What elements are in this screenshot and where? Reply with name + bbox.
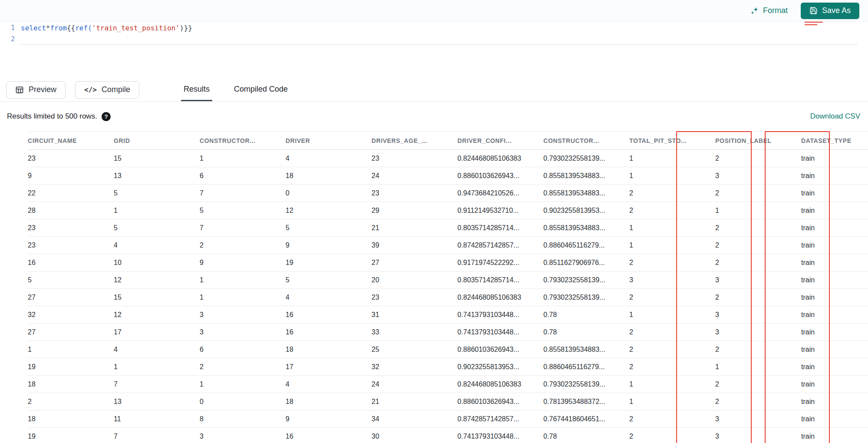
table-cell: 1 — [114, 358, 200, 376]
table-row: 23429390.8742857142857...0.8860465116279… — [28, 237, 868, 254]
table-cell: train — [801, 428, 868, 443]
table-cell: 34 — [372, 410, 457, 428]
table-row: 271514230.8244680851063830.7930232558139… — [28, 289, 868, 306]
table-cell: 1 — [200, 150, 286, 167]
table-cell: 0 — [200, 393, 286, 410]
table-cell: 5 — [114, 219, 200, 237]
table-row: 213018210.8860103626943...0.781395348837… — [28, 393, 868, 410]
table-cell: 3 — [715, 306, 801, 324]
table-cell: 2 — [629, 254, 715, 271]
table-cell: 0 — [286, 185, 372, 202]
table-cell: 1 — [200, 271, 286, 289]
line-number-1: 1 — [0, 24, 21, 32]
table-cell: 1 — [629, 393, 715, 410]
table-cell: 0.7813953488372... — [543, 393, 629, 410]
table-cell: 1 — [629, 376, 715, 393]
table-cell: 5 — [200, 202, 286, 219]
tab-compiled-code[interactable]: Compiled Code — [231, 78, 290, 101]
jinja-close-braces: }} — [184, 24, 192, 32]
table-cell: 4 — [114, 341, 200, 358]
sql-editor[interactable]: 1 select * from {{ ref('train_test_posit… — [0, 22, 868, 78]
table-cell: 16 — [286, 428, 372, 443]
table-cell: 2 — [629, 428, 715, 443]
line-number-2: 2 — [0, 35, 21, 43]
table-cell: train — [801, 202, 868, 219]
table-cell: 2 — [715, 219, 801, 237]
table-cell: 0.7930232558139... — [543, 271, 629, 289]
results-table: CIRCUIT_NAMEGRIDCONSTRUCTOR...DRIVERDRIV… — [28, 131, 868, 443]
table-cell: 1 — [200, 376, 286, 393]
table-cell: train — [801, 358, 868, 376]
table-cell: 18 — [286, 341, 372, 358]
table-cell: 1 — [629, 167, 715, 185]
table-cell: 2 — [715, 341, 801, 358]
table-cell: 9 — [286, 237, 372, 254]
results-info-bar: Results limited to 500 rows. ? Download … — [0, 102, 868, 131]
table-cell: 2 — [715, 289, 801, 306]
table-row: 913618240.8860103626943...0.855813953488… — [28, 167, 868, 185]
table-cell: train — [801, 254, 868, 271]
tab-results[interactable]: Results — [181, 78, 212, 101]
table-cell: 0.9112149532710... — [457, 202, 543, 219]
table-cell: 0.78 — [543, 306, 629, 324]
table-cell: train — [801, 237, 868, 254]
table-row: 281512290.9112149532710...0.902325581395… — [28, 202, 868, 219]
table-cell: 2 — [200, 358, 286, 376]
compile-button[interactable]: </> Compile — [75, 81, 139, 99]
format-button[interactable]: Format — [750, 6, 788, 15]
table-cell: 3 — [715, 167, 801, 185]
table-cell: 0.7413793103448... — [457, 324, 543, 341]
table-cell: 7 — [114, 428, 200, 443]
table-cell: 1 — [28, 341, 114, 358]
table-cell: train — [801, 185, 868, 202]
save-as-button[interactable]: Save As — [801, 3, 859, 19]
table-cell: 18 — [286, 393, 372, 410]
table-cell: 0.78 — [543, 428, 629, 443]
results-tabs: Results Compiled Code — [171, 78, 300, 101]
help-icon[interactable]: ? — [102, 112, 111, 121]
table-cell: train — [801, 306, 868, 324]
table-cell: 24 — [372, 167, 457, 185]
table-cell: 1 — [715, 202, 801, 219]
sql-code-line: select * from {{ ref('train_test_positio… — [21, 24, 192, 32]
table-cell: 0.7674418604651... — [543, 410, 629, 428]
sql-keyword-from: from — [50, 24, 67, 32]
results-table-container: CIRCUIT_NAMEGRIDCONSTRUCTOR...DRIVERDRIV… — [0, 131, 868, 443]
table-grid-icon — [15, 86, 24, 94]
table-cell: 5 — [28, 271, 114, 289]
table-cell: 7 — [200, 219, 286, 237]
preview-button[interactable]: Preview — [6, 81, 66, 99]
table-cell: 32 — [372, 358, 457, 376]
save-icon — [809, 7, 818, 15]
results-limit-message: Results limited to 500 rows. — [7, 112, 97, 121]
table-row: 181189340.8742857142857...0.767441860465… — [28, 410, 868, 428]
compile-button-label: Compile — [102, 85, 130, 94]
editor-line-2[interactable]: 2 — [0, 33, 868, 45]
results-table-body: 231514230.8244680851063830.7930232558139… — [28, 150, 868, 443]
table-row: 18714240.8244680851063830.7930232558139.… — [28, 376, 868, 393]
table-cell: train — [801, 167, 868, 185]
table-cell: 0.8742857142857... — [457, 237, 543, 254]
column-header: DRIVER_CONFI... — [457, 132, 543, 150]
preview-button-label: Preview — [29, 85, 56, 94]
table-cell: 0.9023255813953... — [457, 358, 543, 376]
table-cell: 11 — [114, 410, 200, 428]
table-cell: 8 — [200, 410, 286, 428]
column-header: TOTAL_PIT_STO... — [629, 132, 715, 150]
table-cell: 23 — [28, 150, 114, 167]
table-cell: 3 — [200, 428, 286, 443]
editor-line-1[interactable]: 1 select * from {{ ref('train_test_posit… — [0, 22, 868, 33]
table-cell: 5 — [286, 219, 372, 237]
table-header-row: CIRCUIT_NAMEGRIDCONSTRUCTOR...DRIVERDRIV… — [28, 132, 868, 150]
table-cell: train — [801, 341, 868, 358]
format-button-label: Format — [763, 6, 788, 15]
table-cell: 12 — [114, 271, 200, 289]
table-cell: 0.8558139534883... — [543, 167, 629, 185]
sql-star-operator: * — [46, 24, 50, 32]
table-cell: 9 — [286, 410, 372, 428]
table-cell: 27 — [372, 254, 457, 271]
table-cell: 18 — [28, 376, 114, 393]
table-cell: 2 — [28, 393, 114, 410]
table-cell: 0.8860103626943... — [457, 393, 543, 410]
download-csv-link[interactable]: Download CSV — [810, 112, 860, 121]
